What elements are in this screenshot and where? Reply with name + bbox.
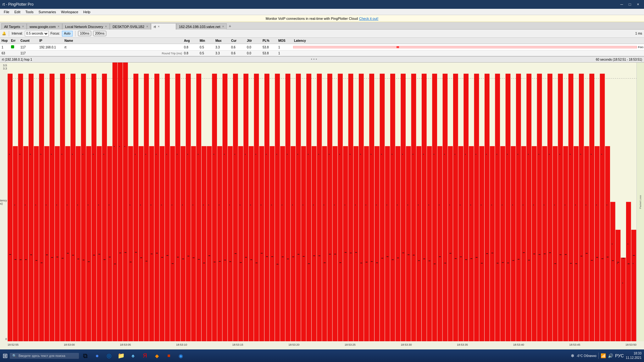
tab-close-valve[interactable]: × <box>222 25 224 28</box>
col-err: Err <box>10 39 19 42</box>
taskbar-app5[interactable]: ◆ <box>151 350 163 361</box>
table-area: Hop Err Count IP Name Avg Min Max Cur Jt… <box>0 38 644 56</box>
taskbar-app7[interactable]: ◉ <box>175 350 186 361</box>
x-label-0: 18:52:55 <box>8 343 19 346</box>
tab-google[interactable]: www.google.com × <box>27 23 62 30</box>
taskbar-edge[interactable]: ◎ <box>103 350 115 361</box>
rt-count: 117 <box>19 52 38 55</box>
x-label-6: 18:53:25 <box>345 343 356 346</box>
x-label-8: 18:53:35 <box>457 343 468 346</box>
rt-jttr: 0.0 <box>246 52 262 55</box>
window-controls: ─ □ × <box>618 2 641 7</box>
menu-workspace[interactable]: Workspace <box>58 9 81 15</box>
taskbar-taskview[interactable]: ⧉ <box>80 350 91 361</box>
x-label-1: 18:53:00 <box>64 343 75 346</box>
notification-bar: Monitor VoIP connections in real-time wi… <box>0 15 644 22</box>
focus-value-box[interactable]: Auto <box>62 31 73 36</box>
tab-valve[interactable]: 162-254-198-103.valve.net × <box>176 23 227 30</box>
search-placeholder: Введите здесь текст для поиска <box>19 354 65 358</box>
taskbar-chrome[interactable]: ● <box>92 350 103 361</box>
round-trip-row: 63 117 Round Trip (ms) 0.8 0.5 3.3 0.6 0… <box>0 50 644 56</box>
time-display: 18:33 <box>626 351 641 356</box>
col-jttr: Jttr <box>246 39 262 42</box>
time-block: 18:33 11.12.2021 <box>626 351 641 360</box>
menu-help[interactable]: Help <box>81 9 93 15</box>
interval-label: Interval: <box>12 32 23 35</box>
x-label-4: 18:53:15 <box>232 343 243 346</box>
notif-link[interactable]: Check it out! <box>359 17 378 20</box>
menu-edit[interactable]: Edit <box>12 9 23 15</box>
start-button[interactable]: ⊞ <box>1 351 9 360</box>
search-icon: 🔍 <box>12 354 17 358</box>
tab-close-rt[interactable]: × <box>158 25 160 28</box>
menu-summaries[interactable]: Summaries <box>36 9 58 15</box>
taskbar: ⊞ 🔍 Введите здесь текст для поиска ⧉ ● ◎… <box>0 349 644 362</box>
bars-canvas <box>8 63 636 341</box>
network-icon: 📶 <box>601 353 606 358</box>
col-latency: Latency <box>293 39 637 42</box>
tab-close-all-targets[interactable]: × <box>22 25 24 28</box>
focus-label: Focus: <box>51 32 60 35</box>
x-label-5: 18:53:20 <box>288 343 299 346</box>
table-row: 1 117 192.168.0.1 rt 0.8 0.5 3.3 0.6 0.0… <box>0 44 644 50</box>
zoom-100-button[interactable]: 100ms <box>78 31 91 36</box>
x-label-3: 18:53:10 <box>176 343 187 346</box>
speaker-icon: 🔊 <box>608 353 613 358</box>
weather-text: -6°C Облачно <box>576 354 596 358</box>
minimize-button[interactable]: ─ <box>618 2 625 7</box>
y-label-33: 3.3 <box>3 67 7 70</box>
menu-file[interactable]: File <box>1 9 12 15</box>
tab-add-button[interactable]: + <box>227 23 233 29</box>
row-latency <box>293 45 637 49</box>
row-focus: Focus: 18:52:51 - 18:53:51 <box>637 46 643 49</box>
tab-rt[interactable]: rt × <box>151 23 176 30</box>
row-avg: 0.8 <box>183 46 199 49</box>
taskbar-explorer[interactable]: 📁 <box>115 350 127 361</box>
tab-desktop[interactable]: DESKTOP-5V6L1B2 × <box>110 23 151 30</box>
tab-close-local[interactable]: × <box>105 25 107 28</box>
menu-tools[interactable]: Tools <box>23 9 36 15</box>
chart-svg-container: 3.5 3.3 0 Latency (ms) Packet Loss <box>0 63 644 348</box>
rt-cur: 0.6 <box>230 52 246 55</box>
right-panel: Packet Loss <box>636 63 644 341</box>
lang-icon: РУС <box>615 353 624 358</box>
tab-bar: All Targets × www.google.com × Local Net… <box>0 22 644 30</box>
menu-bar: File Edit Tools Summaries Workspace Help <box>0 9 644 15</box>
close-button[interactable]: × <box>635 2 641 7</box>
taskbar-search[interactable]: 🔍 Введите здесь текст для поиска <box>10 353 79 359</box>
row-max: 3.3 <box>214 46 230 49</box>
x-label-9: 18:53:40 <box>513 343 524 346</box>
latency-cur-marker <box>397 46 399 48</box>
tab-close-desktop[interactable]: × <box>146 25 148 28</box>
row-err <box>10 45 19 49</box>
graph-drag-handle[interactable]: • • • <box>311 57 317 62</box>
rt-max: 3.3 <box>214 52 230 55</box>
row-count: 117 <box>19 46 38 49</box>
chart-wrapper: rt (192.168.0.1) hop 1 • • • 60 seconds … <box>0 56 644 349</box>
hop-status-icon <box>11 45 14 48</box>
packet-loss-label: Packet Loss <box>639 195 642 209</box>
rt-label: Round Trip (ms) <box>64 52 183 55</box>
tab-all-targets[interactable]: All Targets × <box>1 23 27 30</box>
table-header: Hop Err Count IP Name Avg Min Max Cur Jt… <box>0 38 644 44</box>
graph-time-range: 60 seconds (18:52:51 - 18:53:51) <box>596 58 642 61</box>
main-content: Hop Err Count IP Name Avg Min Max Cur Jt… <box>0 38 644 349</box>
maximize-button[interactable]: □ <box>626 2 633 7</box>
x-label-7: 18:53:30 <box>401 343 412 346</box>
col-hop: Hop <box>1 39 10 42</box>
interval-select[interactable]: 0.5 seconds <box>25 31 49 36</box>
rt-min: 0.5 <box>199 52 214 55</box>
zoom-200-button[interactable]: 200ms <box>93 31 106 36</box>
row-ip: 192.168.0.1 <box>38 46 64 49</box>
taskbar-yandex[interactable]: Я <box>139 350 151 361</box>
toolbar-icon: 🔔 <box>2 31 6 36</box>
y-label-zero: 0 <box>5 337 7 341</box>
taskbar-right: ❄ -6°C Облачно 📶 🔊 РУС 18:33 11.12.2021 <box>571 351 643 360</box>
tab-local[interactable]: Local Network Discovery × <box>62 23 110 30</box>
graph-header: rt (192.168.0.1) hop 1 • • • 60 seconds … <box>0 56 644 63</box>
taskbar-steam[interactable]: ♠ <box>127 350 139 361</box>
col-pl: PL% <box>262 39 277 42</box>
tab-close-google[interactable]: × <box>58 25 59 28</box>
taskbar-app6[interactable]: ■ <box>163 350 175 361</box>
col-avg: Avg <box>183 39 199 42</box>
